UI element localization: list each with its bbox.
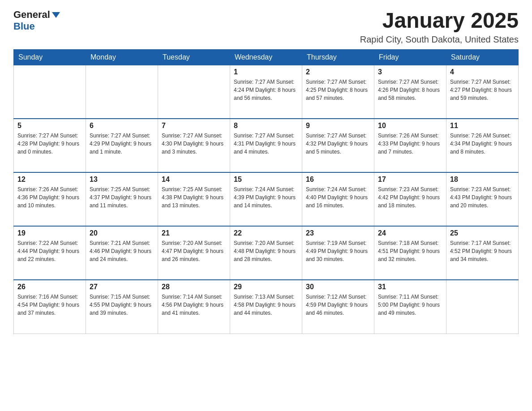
calendar-cell: 30Sunrise: 7:12 AM Sunset: 4:59 PM Dayli… [302,280,374,334]
day-info: Sunrise: 7:14 AM Sunset: 4:56 PM Dayligh… [162,293,226,317]
day-number: 12 [17,176,82,184]
day-number: 24 [378,229,442,237]
calendar-cell [86,65,158,119]
day-number: 26 [17,283,82,291]
day-number: 13 [90,176,154,184]
calendar-cell: 2Sunrise: 7:27 AM Sunset: 4:25 PM Daylig… [302,65,374,119]
day-info: Sunrise: 7:24 AM Sunset: 4:40 PM Dayligh… [306,185,370,210]
calendar-cell: 16Sunrise: 7:24 AM Sunset: 4:40 PM Dayli… [302,172,374,226]
calendar-cell: 12Sunrise: 7:26 AM Sunset: 4:36 PM Dayli… [14,172,86,226]
calendar-cell: 26Sunrise: 7:16 AM Sunset: 4:54 PM Dayli… [14,280,86,334]
day-number: 10 [378,122,442,130]
day-number: 3 [378,68,442,76]
day-info: Sunrise: 7:12 AM Sunset: 4:59 PM Dayligh… [306,293,370,317]
day-number: 9 [306,122,370,130]
calendar-cell: 27Sunrise: 7:15 AM Sunset: 4:55 PM Dayli… [86,280,158,334]
day-info: Sunrise: 7:11 AM Sunset: 5:00 PM Dayligh… [378,293,442,317]
calendar-cell [158,65,230,119]
day-number: 28 [162,283,226,291]
calendar-cell: 25Sunrise: 7:17 AM Sunset: 4:52 PM Dayli… [446,226,519,280]
calendar-cell: 1Sunrise: 7:27 AM Sunset: 4:24 PM Daylig… [230,65,302,119]
day-info: Sunrise: 7:24 AM Sunset: 4:39 PM Dayligh… [234,185,298,210]
day-number: 25 [450,229,515,237]
calendar-week-row: 19Sunrise: 7:22 AM Sunset: 4:44 PM Dayli… [14,226,519,280]
calendar-header-sunday: Sunday [14,49,86,65]
day-number: 15 [234,176,298,184]
calendar-week-row: 26Sunrise: 7:16 AM Sunset: 4:54 PM Dayli… [14,280,519,334]
day-info: Sunrise: 7:27 AM Sunset: 4:29 PM Dayligh… [90,132,154,156]
day-number: 30 [306,283,370,291]
day-info: Sunrise: 7:15 AM Sunset: 4:55 PM Dayligh… [90,293,154,317]
day-info: Sunrise: 7:23 AM Sunset: 4:43 PM Dayligh… [450,185,515,210]
logo-blue-text: Blue [13,21,35,32]
calendar-cell: 9Sunrise: 7:27 AM Sunset: 4:32 PM Daylig… [302,119,374,172]
day-info: Sunrise: 7:27 AM Sunset: 4:31 PM Dayligh… [234,132,298,156]
day-info: Sunrise: 7:21 AM Sunset: 4:46 PM Dayligh… [90,239,154,263]
calendar-header-thursday: Thursday [302,49,374,65]
calendar-table: SundayMondayTuesdayWednesdayThursdayFrid… [13,49,519,334]
day-number: 5 [17,122,82,130]
calendar-cell: 14Sunrise: 7:25 AM Sunset: 4:38 PM Dayli… [158,172,230,226]
day-info: Sunrise: 7:20 AM Sunset: 4:47 PM Dayligh… [162,239,226,263]
calendar-cell: 13Sunrise: 7:25 AM Sunset: 4:37 PM Dayli… [86,172,158,226]
day-info: Sunrise: 7:20 AM Sunset: 4:48 PM Dayligh… [234,239,298,263]
day-number: 6 [90,122,154,130]
day-info: Sunrise: 7:26 AM Sunset: 4:36 PM Dayligh… [17,185,82,210]
day-number: 17 [378,176,442,184]
day-number: 21 [162,229,226,237]
day-number: 23 [306,229,370,237]
day-info: Sunrise: 7:27 AM Sunset: 4:32 PM Dayligh… [306,132,370,156]
calendar-header-wednesday: Wednesday [230,49,302,65]
calendar-week-row: 5Sunrise: 7:27 AM Sunset: 4:28 PM Daylig… [14,119,519,172]
day-info: Sunrise: 7:16 AM Sunset: 4:54 PM Dayligh… [17,293,82,317]
calendar-cell: 6Sunrise: 7:27 AM Sunset: 4:29 PM Daylig… [86,119,158,172]
calendar-cell: 17Sunrise: 7:23 AM Sunset: 4:42 PM Dayli… [374,172,446,226]
calendar-cell: 5Sunrise: 7:27 AM Sunset: 4:28 PM Daylig… [14,119,86,172]
calendar-cell: 11Sunrise: 7:26 AM Sunset: 4:34 PM Dayli… [446,119,519,172]
calendar-cell: 3Sunrise: 7:27 AM Sunset: 4:26 PM Daylig… [374,65,446,119]
day-number: 20 [90,229,154,237]
day-info: Sunrise: 7:26 AM Sunset: 4:33 PM Dayligh… [378,132,442,156]
calendar-cell: 23Sunrise: 7:19 AM Sunset: 4:49 PM Dayli… [302,226,374,280]
calendar-cell [446,280,519,334]
day-number: 31 [378,283,442,291]
day-number: 14 [162,176,226,184]
calendar-header-monday: Monday [86,49,158,65]
logo: General Blue [13,9,60,32]
calendar-cell: 20Sunrise: 7:21 AM Sunset: 4:46 PM Dayli… [86,226,158,280]
day-info: Sunrise: 7:27 AM Sunset: 4:28 PM Dayligh… [17,132,82,156]
calendar-cell: 29Sunrise: 7:13 AM Sunset: 4:58 PM Dayli… [230,280,302,334]
calendar-cell [14,65,86,119]
day-info: Sunrise: 7:25 AM Sunset: 4:37 PM Dayligh… [90,185,154,210]
calendar-cell: 15Sunrise: 7:24 AM Sunset: 4:39 PM Dayli… [230,172,302,226]
calendar-cell: 8Sunrise: 7:27 AM Sunset: 4:31 PM Daylig… [230,119,302,172]
day-number: 18 [450,176,515,184]
calendar-cell: 22Sunrise: 7:20 AM Sunset: 4:48 PM Dayli… [230,226,302,280]
calendar-header-tuesday: Tuesday [158,49,230,65]
day-info: Sunrise: 7:13 AM Sunset: 4:58 PM Dayligh… [234,293,298,317]
day-number: 22 [234,229,298,237]
day-info: Sunrise: 7:27 AM Sunset: 4:30 PM Dayligh… [162,132,226,156]
calendar-week-row: 12Sunrise: 7:26 AM Sunset: 4:36 PM Dayli… [14,172,519,226]
day-info: Sunrise: 7:19 AM Sunset: 4:49 PM Dayligh… [306,239,370,263]
calendar-cell: 10Sunrise: 7:26 AM Sunset: 4:33 PM Dayli… [374,119,446,172]
calendar-header-saturday: Saturday [446,49,519,65]
calendar-cell: 31Sunrise: 7:11 AM Sunset: 5:00 PM Dayli… [374,280,446,334]
day-info: Sunrise: 7:27 AM Sunset: 4:27 PM Dayligh… [450,78,515,102]
calendar-cell: 28Sunrise: 7:14 AM Sunset: 4:56 PM Dayli… [158,280,230,334]
logo-general-text: General [13,9,50,21]
day-number: 29 [234,283,298,291]
calendar-header-friday: Friday [374,49,446,65]
month-title: January 2025 [360,9,519,33]
day-number: 19 [17,229,82,237]
calendar-cell: 19Sunrise: 7:22 AM Sunset: 4:44 PM Dayli… [14,226,86,280]
calendar-header-row: SundayMondayTuesdayWednesdayThursdayFrid… [14,49,519,65]
day-info: Sunrise: 7:27 AM Sunset: 4:25 PM Dayligh… [306,78,370,102]
calendar-cell: 24Sunrise: 7:18 AM Sunset: 4:51 PM Dayli… [374,226,446,280]
calendar-cell: 4Sunrise: 7:27 AM Sunset: 4:27 PM Daylig… [446,65,519,119]
day-info: Sunrise: 7:27 AM Sunset: 4:24 PM Dayligh… [234,78,298,102]
day-number: 2 [306,68,370,76]
calendar-cell: 21Sunrise: 7:20 AM Sunset: 4:47 PM Dayli… [158,226,230,280]
day-number: 11 [450,122,515,130]
day-number: 8 [234,122,298,130]
